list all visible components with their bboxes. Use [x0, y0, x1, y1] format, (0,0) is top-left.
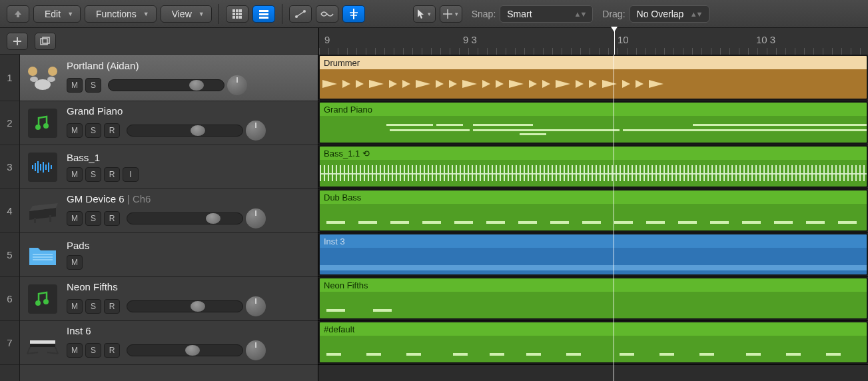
pan-knob[interactable] — [227, 75, 247, 95]
track-header[interactable]: Portland (Aidan) MS — [20, 55, 318, 101]
track-name[interactable]: GM Device 6 | Ch6 — [67, 193, 311, 204]
solo-button[interactable]: S — [85, 343, 101, 358]
secondary-tool[interactable]: ▾ — [440, 5, 462, 23]
svg-rect-3 — [232, 13, 235, 15]
track-icon — [25, 106, 60, 141]
track-number[interactable]: 3 — [0, 145, 19, 189]
functions-menu[interactable]: Functions▼ — [85, 5, 157, 23]
svg-point-24 — [48, 67, 57, 76]
track-number[interactable]: 4 — [0, 189, 19, 233]
pan-knob[interactable] — [246, 208, 266, 228]
catch-playhead-button[interactable] — [342, 5, 365, 23]
region[interactable]: Drummer — [318, 55, 868, 100]
svg-rect-1 — [236, 9, 238, 12]
arrange-area[interactable]: Drummer Grand Piano Bass_1.1 ⟲ Dub Bass … — [318, 55, 868, 381]
mute-button[interactable]: M — [67, 299, 83, 314]
record-button[interactable]: R — [104, 123, 120, 138]
mute-button[interactable]: M — [67, 123, 83, 138]
mute-button[interactable]: M — [67, 167, 83, 182]
svg-rect-9 — [259, 10, 268, 12]
svg-point-22 — [47, 77, 55, 82]
track-number[interactable]: 2 — [0, 101, 19, 145]
hierarchy-up-button[interactable] — [7, 5, 29, 23]
mute-button[interactable]: M — [67, 255, 83, 270]
snap-select[interactable]: Smart▲▼ — [500, 5, 593, 23]
track-name[interactable]: Neon Fifths — [67, 281, 311, 292]
pan-knob[interactable] — [246, 340, 266, 360]
grid-view-button[interactable] — [226, 5, 248, 23]
track-icon — [25, 238, 60, 272]
add-track-button[interactable] — [7, 33, 28, 50]
track-header[interactable]: GM Device 6 | Ch6 MSR — [20, 189, 318, 233]
pan-knob[interactable] — [246, 296, 266, 316]
chevron-down-icon: ▼ — [67, 11, 73, 17]
track-header[interactable]: Grand Piano MSR — [20, 101, 318, 145]
list-view-button[interactable] — [252, 5, 275, 23]
track-header[interactable]: Inst 6 MSR — [20, 321, 318, 365]
track-number[interactable]: 1 — [0, 55, 19, 101]
input-button[interactable]: I — [123, 167, 139, 182]
view-menu[interactable]: View▼ — [161, 5, 212, 23]
region[interactable]: #default — [318, 321, 868, 364]
solo-button[interactable]: S — [85, 123, 101, 138]
svg-rect-37 — [33, 254, 53, 255]
track-header[interactable]: Bass_1 MSRI — [20, 145, 318, 189]
track-name[interactable]: Grand Piano — [67, 105, 311, 117]
volume-slider[interactable] — [127, 344, 243, 356]
pan-knob[interactable] — [246, 121, 266, 141]
main-toolbar: Edit▼ Functions▼ View▼ ▾ ▾ Snap: Smart▲▼… — [0, 0, 868, 28]
region[interactable]: Inst 3 — [318, 233, 868, 276]
solo-button[interactable]: S — [85, 78, 101, 93]
region[interactable]: Neon Fifths — [318, 277, 868, 320]
track-headers: Portland (Aidan) MS Grand Piano MSR Bass… — [20, 55, 318, 381]
track-name[interactable]: Portland (Aidan) — [67, 60, 311, 71]
svg-rect-39 — [33, 259, 53, 260]
mute-button[interactable]: M — [67, 211, 83, 226]
volume-slider[interactable] — [127, 212, 243, 224]
svg-rect-36 — [49, 215, 51, 222]
track-number[interactable]: 7 — [0, 321, 19, 365]
region[interactable]: Bass_1.1 ⟲ — [318, 145, 868, 188]
solo-button[interactable]: S — [85, 299, 101, 314]
record-button[interactable]: R — [104, 211, 120, 226]
svg-line-46 — [27, 352, 38, 354]
record-button[interactable]: R — [104, 343, 120, 358]
track-number[interactable]: 6 — [0, 277, 19, 321]
svg-rect-43 — [30, 340, 55, 344]
track-number[interactable]: 5 — [0, 233, 19, 277]
volume-slider[interactable] — [127, 125, 243, 137]
region[interactable]: Dub Bass — [318, 189, 868, 232]
track-icon — [25, 150, 60, 185]
record-button[interactable]: R — [104, 299, 120, 314]
solo-button[interactable]: S — [85, 211, 101, 226]
track-name[interactable]: Bass_1 — [67, 152, 311, 163]
track-header[interactable]: Neon Fifths MSR — [20, 277, 318, 321]
mute-button[interactable]: M — [67, 78, 83, 93]
flex-button[interactable] — [316, 5, 338, 23]
snap-label: Snap: — [472, 9, 496, 19]
region-label: Bass_1.1 ⟲ — [320, 147, 867, 160]
region[interactable]: Grand Piano — [318, 101, 868, 144]
playhead-marker[interactable] — [614, 28, 615, 55]
volume-slider[interactable] — [127, 300, 243, 312]
drag-select[interactable]: No Overlap▲▼ — [630, 5, 709, 23]
region-label: #default — [320, 322, 867, 336]
svg-line-44 — [27, 347, 30, 354]
duplicate-track-button[interactable] — [35, 33, 56, 50]
svg-rect-10 — [259, 13, 268, 15]
volume-slider[interactable] — [108, 79, 224, 91]
record-button[interactable]: R — [104, 167, 120, 182]
track-header[interactable]: Pads M — [20, 233, 318, 277]
track-icon — [25, 61, 60, 95]
automation-curve-button[interactable] — [289, 5, 312, 23]
track-name[interactable]: Inst 6 — [67, 325, 311, 336]
svg-rect-6 — [232, 16, 235, 19]
track-name[interactable]: Pads — [67, 240, 311, 251]
timeline-ruler[interactable]: 9 9 3 10 10 3 — [318, 28, 868, 55]
edit-menu[interactable]: Edit▼ — [33, 5, 81, 23]
solo-button[interactable]: S — [85, 167, 101, 182]
pointer-tool[interactable]: ▾ — [413, 5, 436, 23]
playhead-line[interactable] — [614, 55, 614, 381]
track-icon — [25, 282, 60, 316]
mute-button[interactable]: M — [67, 343, 83, 358]
